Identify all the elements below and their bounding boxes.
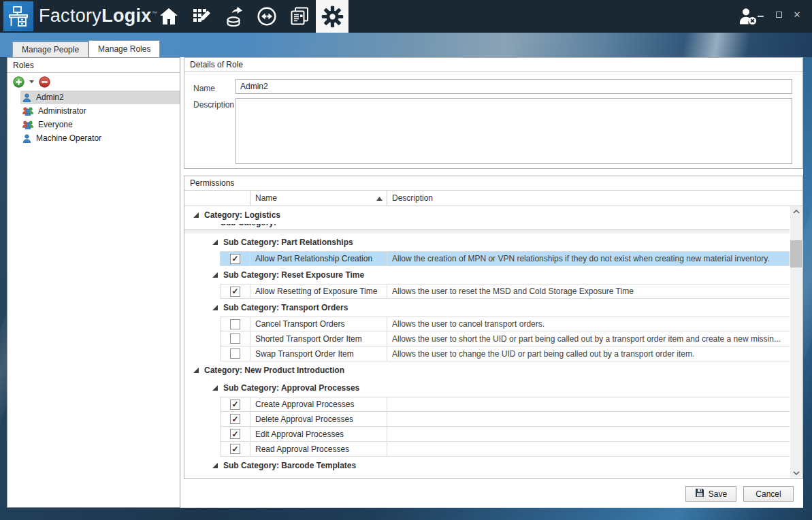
role-label: Admin2 — [36, 93, 64, 102]
collapse-triangle-icon[interactable] — [212, 305, 218, 310]
description-column-label: Description — [392, 193, 433, 203]
home-icon[interactable] — [152, 0, 185, 33]
permission-checkbox[interactable] — [230, 334, 240, 344]
name-column-header[interactable]: Name — [250, 191, 387, 206]
permission-name: Cancel Transport Orders — [250, 317, 387, 331]
permission-row[interactable]: Read Approval Processes — [184, 442, 790, 457]
role-item[interactable]: Machine Operator — [20, 131, 180, 145]
permission-name: Edit Approval Processes — [250, 427, 387, 441]
data-exchange-icon[interactable] — [250, 0, 283, 33]
permission-name: Create Approval Processes — [250, 397, 387, 411]
group-label: Sub Category: Part Relationships — [223, 238, 353, 247]
settings-icon[interactable] — [316, 0, 348, 33]
permission-checkbox[interactable] — [230, 414, 240, 424]
permission-description — [387, 397, 790, 411]
checkbox-cell — [220, 285, 250, 298]
permission-row[interactable]: Delete Approval Processes — [184, 412, 790, 427]
role-description-input[interactable] — [236, 98, 792, 164]
description-label: Description — [193, 100, 234, 110]
permission-row[interactable]: Swap Transport Order ItemAllows the user… — [184, 346, 790, 361]
permission-checkbox[interactable] — [230, 348, 240, 359]
row-indent — [184, 397, 220, 412]
permission-group-row[interactable]: Category: Logistics — [184, 206, 790, 224]
clipped-scrolled-row: Sub Category: — [184, 224, 790, 230]
permission-row[interactable]: Allow Part Relationship CreationAllow th… — [184, 251, 790, 266]
group-label: Sub Category: Reset Exposure Time — [223, 270, 364, 280]
add-role-button[interactable] — [12, 76, 25, 88]
production-planning-icon[interactable] — [185, 0, 218, 33]
collapse-triangle-icon[interactable] — [212, 272, 218, 278]
save-button-label: Save — [709, 489, 727, 499]
row-indent — [184, 251, 220, 266]
permission-checkbox[interactable] — [230, 319, 240, 329]
permission-checkbox[interactable] — [230, 429, 240, 439]
group-label: Category: Logistics — [204, 210, 280, 220]
reports-icon[interactable] — [283, 0, 316, 33]
permission-row[interactable]: Create Approval Processes — [184, 397, 790, 412]
collapse-triangle-icon[interactable] — [212, 463, 218, 468]
checkbox-cell — [220, 412, 250, 426]
app-title-regular: Factory — [39, 5, 101, 26]
row-indent — [184, 442, 220, 457]
maximize-button[interactable] — [775, 10, 783, 18]
vertical-scrollbar[interactable] — [790, 206, 802, 478]
cancel-button[interactable]: Cancel — [743, 486, 794, 502]
checkbox-column-header[interactable] — [184, 191, 250, 206]
collapse-triangle-icon[interactable] — [212, 385, 218, 391]
collapse-triangle-icon[interactable] — [212, 240, 218, 245]
group-label: Sub Category: Transport Orders — [223, 303, 348, 312]
permission-description: Allow the creation of MPN or VPN relatio… — [387, 252, 790, 265]
group-label: Sub Category: Approval Processes — [223, 383, 359, 393]
role-name-input[interactable] — [236, 79, 792, 94]
close-button[interactable]: ✕ — [793, 10, 801, 18]
roles-panel-title: Roles — [7, 58, 180, 73]
app-title: FactoryLogix™ — [39, 5, 157, 27]
permission-description — [387, 427, 790, 441]
role-item[interactable]: Admin2 — [20, 91, 180, 104]
checkbox-cell — [220, 331, 250, 346]
collapse-triangle-icon[interactable] — [193, 368, 199, 373]
permission-row[interactable]: Edit Approval Processes — [184, 427, 790, 442]
row-indent — [184, 412, 220, 427]
permission-row[interactable]: Allow Resetting of Exposure TimeAllows t… — [184, 284, 790, 299]
scroll-up-icon[interactable] — [790, 206, 802, 216]
group-label: Sub Category: Barcode Templates — [223, 461, 356, 470]
scroll-down-icon[interactable] — [790, 468, 802, 478]
sort-ascending-icon — [376, 193, 383, 203]
permission-group-row[interactable]: Sub Category: Transport Orders — [184, 299, 790, 316]
permission-row[interactable]: Shorted Transport Order ItemAllows the u… — [184, 331, 790, 346]
permission-checkbox[interactable] — [230, 444, 240, 454]
description-column-header[interactable]: Description — [387, 191, 802, 206]
tabs: Manage People Manage Roles — [12, 40, 160, 57]
role-item[interactable]: Everyone — [20, 118, 180, 131]
tab-manage-people[interactable]: Manage People — [12, 42, 88, 57]
permission-group-row[interactable]: Category: New Product Introduction — [184, 361, 790, 379]
checkbox-cell — [220, 317, 250, 331]
permission-description: Allows the user to cancel transport orde… — [387, 317, 790, 331]
role-label: Administrator — [38, 106, 86, 116]
material-handling-icon[interactable] — [218, 0, 250, 33]
permission-row[interactable]: Cancel Transport OrdersAllows the user t… — [184, 316, 790, 331]
role-item[interactable]: Administrator — [20, 104, 180, 118]
permission-group-row[interactable]: Sub Category: Approval Processes — [184, 379, 790, 397]
checkbox-cell — [220, 252, 250, 265]
permissions-box: Permissions Name Description Category: L… — [184, 176, 803, 479]
add-role-dropdown-icon[interactable] — [29, 80, 34, 84]
save-button[interactable]: Save — [685, 486, 736, 502]
scrollbar-thumb[interactable] — [790, 240, 802, 267]
permission-checkbox[interactable] — [230, 400, 240, 410]
permissions-title: Permissions — [184, 176, 802, 191]
permission-group-row[interactable]: Sub Category: Barcode Templates — [184, 457, 790, 474]
row-indent — [184, 331, 220, 346]
remove-role-button[interactable] — [38, 76, 51, 88]
permission-checkbox[interactable] — [230, 287, 240, 297]
permission-group-row[interactable]: Sub Category: Part Relationships — [184, 233, 790, 251]
minimize-button[interactable] — [756, 10, 764, 18]
permission-group-row[interactable]: Sub Category: Reset Exposure Time — [184, 266, 790, 284]
details-title: Details of Role — [184, 58, 802, 72]
permission-checkbox[interactable] — [230, 254, 240, 264]
tab-manage-roles[interactable]: Manage Roles — [88, 40, 160, 57]
name-label: Name — [193, 84, 215, 93]
collapse-triangle-icon[interactable] — [193, 212, 199, 218]
row-indent — [184, 427, 220, 442]
